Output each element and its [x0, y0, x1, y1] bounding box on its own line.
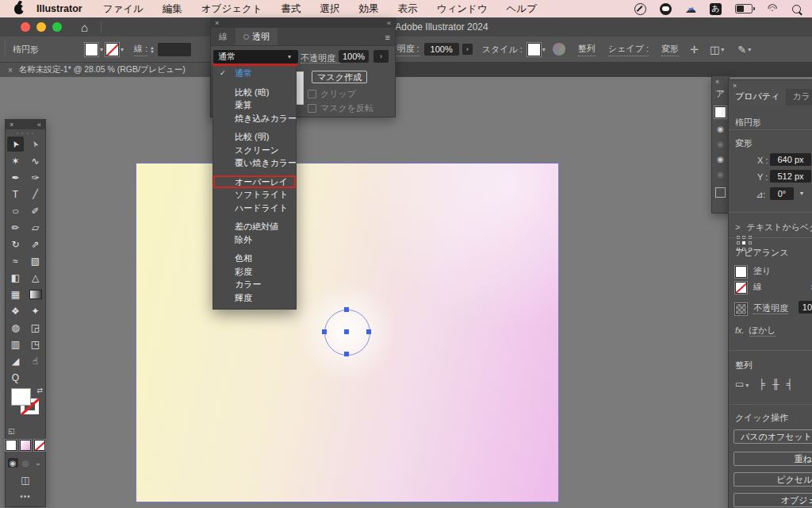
menubar-menu[interactable]: 選択 [320, 2, 340, 16]
fill-row[interactable]: 塗り [735, 265, 812, 278]
direct-selection-tool[interactable]: ➢ [27, 137, 44, 152]
gradient-tool[interactable] [27, 287, 44, 302]
text-to-vector-row[interactable]: >テキストからベク [735, 221, 812, 233]
quick-edit-dropdown-icon[interactable]: ✎▾ [737, 44, 751, 56]
opacity-value[interactable]: 100% [424, 43, 459, 56]
type-tool[interactable]: T [7, 187, 24, 202]
stroke-weight-stepper[interactable]: ▴▾ [151, 45, 153, 53]
close-tab-icon[interactable]: × [8, 66, 13, 75]
collapse-panel-icon[interactable]: « [37, 121, 41, 129]
x-value-field[interactable]: 640 px [770, 153, 811, 166]
angle-value-field[interactable]: 0° [770, 187, 794, 200]
free-transform-tool[interactable]: ▧ [27, 253, 44, 268]
quick-action-button[interactable]: オブジェク [733, 493, 812, 507]
scale-tool[interactable]: ⇗ [27, 237, 44, 252]
line-segment-tool[interactable]: ╱ [27, 187, 44, 202]
battery-icon[interactable] [735, 4, 753, 13]
line-app-icon[interactable] [660, 3, 672, 15]
apple-logo-icon[interactable] [14, 4, 24, 14]
blend-mode-option[interactable]: 覆い焼きカラー [213, 156, 296, 170]
visibility-eye-icon[interactable]: ◉ [717, 171, 724, 179]
blend-tool[interactable]: ❖ [7, 303, 24, 318]
zoom-tool[interactable]: Q [7, 370, 24, 385]
align-right-icon[interactable]: ╡ [786, 379, 793, 390]
blend-mode-option[interactable]: スクリーン [213, 144, 296, 157]
tab-stroke[interactable]: 線 [211, 28, 236, 45]
shape-link[interactable]: シェイプ : [608, 43, 649, 56]
minimize-window-button[interactable] [36, 22, 46, 32]
blend-mode-option[interactable]: 比較 (明) [213, 130, 296, 144]
tab-transparency[interactable]: 透明 [236, 28, 278, 45]
side-panel-tab[interactable]: ア [716, 88, 725, 100]
appearance-swatch[interactable] [714, 106, 726, 118]
collapse-panel-icon[interactable]: « [387, 20, 391, 27]
close-panel-icon[interactable]: × [715, 78, 719, 86]
anchor-handle-bottom[interactable] [344, 352, 349, 356]
perspective-grid-tool[interactable]: △ [27, 270, 44, 285]
menubar-menu[interactable]: 編集 [163, 2, 182, 16]
anchor-handle-top[interactable] [344, 307, 349, 312]
fill-swatch[interactable] [735, 266, 747, 278]
opacity-options-button[interactable]: › [462, 44, 473, 55]
mesh-tool[interactable]: ▦ [7, 287, 24, 302]
invert-mask-checkbox[interactable]: マスクを反転 [308, 102, 373, 114]
eyedropper-tool[interactable]: ✦ [27, 303, 44, 318]
transform-handles-icon[interactable]: ✛ [690, 44, 699, 56]
stroke-swatch[interactable] [105, 43, 119, 56]
screen-time-icon[interactable] [634, 3, 646, 15]
quick-action-button[interactable]: 重ね [733, 452, 812, 466]
menubar-menu[interactable]: ウィンドウ [437, 2, 488, 16]
opacity-label[interactable]: 不透明度 : [301, 52, 340, 64]
make-mask-button[interactable]: マスク作成 [312, 71, 367, 83]
angle-dropdown-icon[interactable]: ▾ [800, 190, 803, 197]
swap-fill-stroke-icon[interactable]: ⇄ [36, 387, 43, 394]
draw-normal-icon[interactable]: ◉ [8, 458, 18, 468]
stroke-weight-label[interactable]: 線 : [134, 43, 147, 56]
blend-mode-option[interactable]: 輝度 [213, 291, 296, 305]
visibility-eye-icon[interactable]: ◉ [717, 140, 724, 148]
arrange-dropdown-icon[interactable]: ◫▾ [710, 44, 724, 56]
visibility-eye-icon[interactable]: ◉ [717, 156, 724, 164]
symbol-sprayer-tool[interactable]: ◍ [7, 320, 24, 335]
opacity-value-field[interactable]: 100 [799, 301, 812, 314]
edit-toolbar-ellipsis[interactable]: ••• [6, 492, 45, 501]
menubar-menu[interactable]: ファイル [103, 2, 144, 16]
opacity-slider-button[interactable]: › [373, 50, 389, 63]
blend-mode-option[interactable]: ✓通常 [213, 67, 296, 80]
magic-wand-tool[interactable]: ✶ [7, 153, 24, 168]
transform-link[interactable]: 変形 [661, 43, 679, 56]
opacity-value-field[interactable]: 100% [339, 50, 369, 63]
artboard-tool[interactable]: ◲ [27, 320, 44, 335]
pencil-tool[interactable]: ✏ [7, 220, 24, 235]
anchor-handle-right[interactable] [366, 329, 371, 334]
color-button[interactable] [6, 440, 17, 451]
chevron-down-icon[interactable]: ▾ [121, 46, 124, 53]
draw-inside-icon[interactable]: ◒ [33, 458, 44, 468]
screen-mode-icon[interactable]: ◫ [6, 475, 45, 486]
blend-mode-option[interactable]: 焼き込みカラー [213, 112, 296, 125]
style-swatch[interactable] [527, 43, 541, 56]
close-window-button[interactable] [21, 22, 30, 32]
menubar-menu[interactable]: ヘルプ [507, 2, 537, 16]
none-button[interactable] [34, 440, 45, 451]
blend-mode-option[interactable]: カラー [213, 278, 296, 291]
stroke-swatch[interactable] [735, 282, 747, 294]
gradient-button[interactable] [20, 440, 31, 451]
expand-chevron-icon[interactable]: > [735, 222, 740, 232]
shape-builder-tool[interactable]: ◧ [7, 270, 24, 285]
menu-app-name[interactable]: Illustrator [36, 3, 82, 14]
panel-drag-handle[interactable]: ▪ ▪ ▪ ▪ [6, 129, 45, 136]
ellipse-tool[interactable]: ○ [7, 203, 24, 218]
selection-tool[interactable]: ➤ [7, 137, 24, 152]
spotlight-search-icon[interactable] [792, 5, 801, 13]
width-tool[interactable]: ≈ [7, 253, 24, 268]
curvature-tool[interactable]: ✑ [27, 170, 44, 185]
fill-swatch[interactable] [85, 43, 98, 56]
menubar-menu[interactable]: 表示 [398, 2, 418, 16]
slice-tool[interactable]: ◳ [27, 337, 44, 352]
align-center-icon[interactable]: ╫ [772, 379, 779, 390]
tab-color[interactable]: カラ [786, 88, 812, 106]
default-fill-stroke-icon[interactable]: ◱ [8, 427, 15, 435]
blend-mode-option[interactable]: 彩度 [213, 265, 296, 279]
column-graph-tool[interactable]: ▥ [7, 337, 24, 352]
